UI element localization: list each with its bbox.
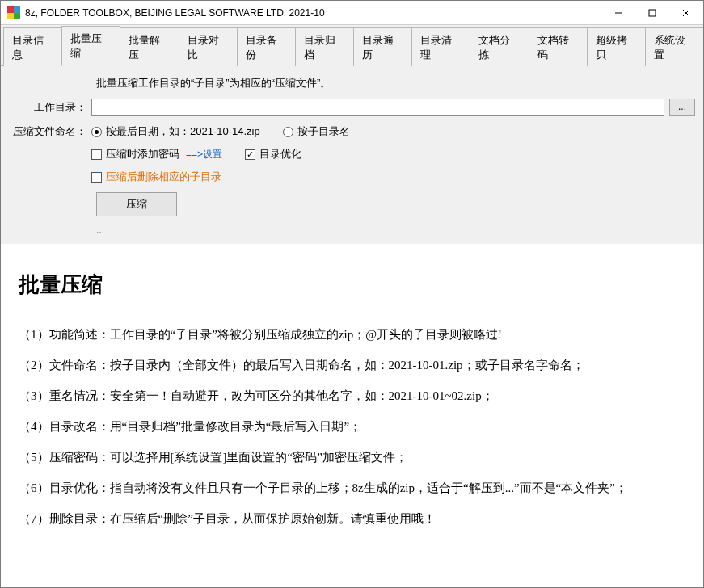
doc-item-3: （3）重名情况：安全第一！自动避开，改为可区分的其他名字，如：2021-10-0… (19, 386, 685, 405)
tab-2[interactable]: 批量解压 (120, 27, 179, 66)
check-password-label: 压缩时添加密码 (106, 147, 179, 162)
tab-0[interactable]: 目录信息 (3, 27, 62, 66)
form-description: 批量压缩工作目录的“子目录”为相应的“压缩文件”。 (9, 76, 695, 90)
svg-rect-5 (649, 10, 656, 16)
window-controls (601, 1, 703, 25)
tab-10[interactable]: 超级拷贝 (587, 27, 646, 66)
browse-button[interactable]: ... (669, 99, 695, 116)
tab-11[interactable]: 系统设置 (645, 27, 704, 66)
tab-8[interactable]: 文档分拣 (470, 27, 529, 66)
radio-dot-icon (283, 127, 293, 137)
check-optimize-label: 目录优化 (259, 147, 301, 162)
checkbox-icon (245, 149, 255, 160)
doc-title: 批量压缩 (19, 268, 685, 302)
doc-item-2: （2）文件命名：按子目录内（全部文件）的最后写入日期命名，如：2021-10-0… (19, 355, 685, 375)
password-settings-link[interactable]: ==>设置 (186, 148, 222, 162)
doc-item-5: （5）压缩密码：可以选择用[系统设置]里面设置的“密码”加密压缩文件； (19, 447, 685, 467)
maximize-button[interactable] (635, 1, 669, 25)
status-text: ... (9, 225, 695, 236)
tab-5[interactable]: 目录归档 (295, 27, 354, 66)
check-password[interactable]: 压缩时添加密码 (91, 147, 179, 162)
checkbox-icon (91, 149, 102, 160)
app-icon (7, 6, 20, 19)
close-button[interactable] (669, 1, 703, 25)
svg-rect-2 (7, 13, 14, 19)
doc-item-4: （4）目录改名：用“目录归档”批量修改目录为“最后写入日期”； (19, 417, 685, 436)
doc-area: 批量压缩 （1）功能简述：工作目录的“子目录”将被分别压缩成独立的zip；@开头… (1, 244, 703, 548)
radio-by-dirname[interactable]: 按子目录名 (283, 124, 350, 139)
tab-1[interactable]: 批量压缩 (61, 26, 120, 66)
workdir-label: 工作目录： (9, 100, 91, 115)
checkbox-icon (91, 172, 102, 183)
doc-item-7: （7）删除目录：在压缩后“删除”子目录，从而保护原始创新。请慎重使用哦！ (19, 509, 685, 528)
radio-by-dirname-label: 按子目录名 (297, 124, 350, 139)
doc-item-6: （6）目录优化：指自动将没有文件且只有一个子目录的上移；8z生成的zip，适合于… (19, 478, 685, 498)
naming-label: 压缩文件命名： (9, 124, 91, 139)
compress-button[interactable]: 压缩 (96, 192, 177, 216)
radio-by-date[interactable]: 按最后日期，如：2021-10-14.zip (91, 124, 260, 139)
tabbar: 目录信息批量压缩批量解压目录对比目录备份目录归档目录遍历目录清理文档分拣文档转码… (1, 25, 703, 66)
radio-dot-icon (91, 127, 102, 137)
check-optimize[interactable]: 目录优化 (245, 147, 301, 162)
tab-7[interactable]: 目录清理 (411, 27, 470, 66)
check-delete-subdir[interactable]: 压缩后删除相应的子目录 (91, 170, 221, 184)
svg-rect-0 (7, 6, 14, 13)
radio-by-date-label: 按最后日期，如：2021-10-14.zip (106, 124, 260, 139)
titlebar: 8z, FOLDER TOOLBOX, BEIJING LEGAL SOFTWA… (1, 1, 703, 25)
workdir-input[interactable] (91, 99, 664, 116)
tab-3[interactable]: 目录对比 (179, 27, 238, 66)
tab-6[interactable]: 目录遍历 (353, 27, 412, 66)
window-title: 8z, FOLDER TOOLBOX, BEIJING LEGAL SOFTWA… (25, 7, 601, 19)
form-area: 批量压缩工作目录的“子目录”为相应的“压缩文件”。 工作目录： ... 压缩文件… (1, 66, 703, 244)
tab-9[interactable]: 文档转码 (529, 27, 588, 66)
svg-rect-3 (14, 13, 20, 19)
minimize-button[interactable] (601, 1, 635, 25)
check-delete-label: 压缩后删除相应的子目录 (106, 170, 221, 184)
tab-4[interactable]: 目录备份 (237, 27, 296, 66)
svg-rect-1 (14, 6, 20, 13)
doc-item-1: （1）功能简述：工作目录的“子目录”将被分别压缩成独立的zip；@开头的子目录则… (19, 325, 685, 344)
